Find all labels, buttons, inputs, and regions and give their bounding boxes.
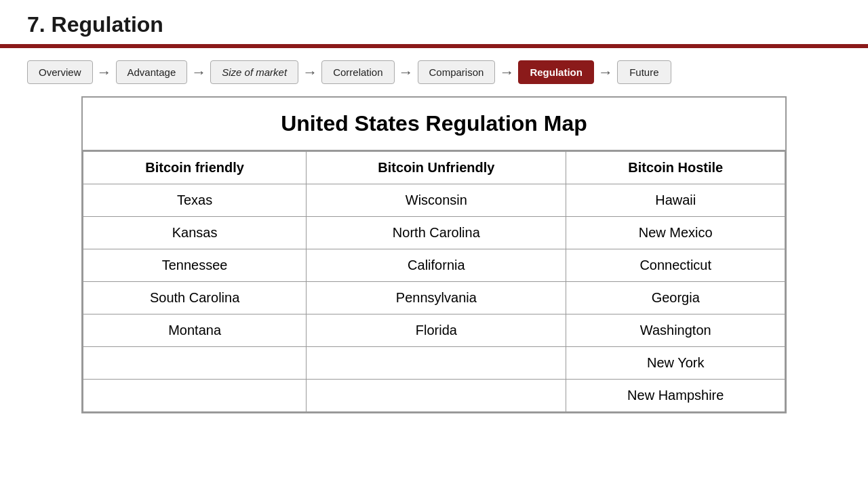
cell-unfriendly-0: Wisconsin bbox=[307, 184, 566, 217]
regulation-table: Bitcoin friendlyBitcoin UnfriendlyBitcoi… bbox=[83, 151, 785, 412]
nav-btn-comparison[interactable]: Comparison bbox=[418, 60, 496, 84]
cell-unfriendly-3: Pennsylvania bbox=[307, 282, 566, 314]
cell-friendly-4: Montana bbox=[83, 314, 307, 347]
cell-hostile-1: New Mexico bbox=[566, 217, 785, 249]
cell-hostile-2: Connecticut bbox=[566, 249, 785, 282]
cell-friendly-0: Texas bbox=[83, 184, 307, 217]
cell-hostile-3: Georgia bbox=[566, 282, 785, 314]
nav-btn-size-of-market[interactable]: Size of market bbox=[210, 60, 298, 84]
cell-friendly-5 bbox=[83, 347, 307, 380]
nav-btn-future[interactable]: Future bbox=[617, 60, 671, 84]
cell-friendly-2: Tennessee bbox=[83, 249, 307, 282]
cell-hostile-0: Hawaii bbox=[566, 184, 785, 217]
nav-btn-regulation[interactable]: Regulation bbox=[518, 60, 594, 84]
main-content: United States Regulation Map Bitcoin fri… bbox=[0, 96, 868, 413]
nav-arrow: → bbox=[191, 64, 206, 81]
cell-unfriendly-4: Florida bbox=[307, 314, 566, 347]
cell-hostile-4: Washington bbox=[566, 314, 785, 347]
nav-arrow: → bbox=[302, 64, 317, 81]
cell-unfriendly-6 bbox=[307, 380, 566, 412]
nav-arrow: → bbox=[499, 64, 514, 81]
page-title: 7. Regulation bbox=[0, 0, 868, 44]
nav-btn-correlation[interactable]: Correlation bbox=[321, 60, 394, 84]
cell-hostile-6: New Hampshire bbox=[566, 380, 785, 412]
table-row: South CarolinaPennsylvaniaGeorgia bbox=[83, 282, 785, 314]
nav-arrow: → bbox=[399, 64, 414, 81]
cell-unfriendly-1: North Carolina bbox=[307, 217, 566, 249]
regulation-table-wrapper: United States Regulation Map Bitcoin fri… bbox=[81, 96, 787, 413]
cell-friendly-3: South Carolina bbox=[83, 282, 307, 314]
cell-hostile-5: New York bbox=[566, 347, 785, 380]
table-row: TennesseeCaliforniaConnecticut bbox=[83, 249, 785, 282]
table-row: MontanaFloridaWashington bbox=[83, 314, 785, 347]
cell-friendly-6 bbox=[83, 380, 307, 412]
table-row: New York bbox=[83, 347, 785, 380]
col-header-friendly: Bitcoin friendly bbox=[83, 152, 307, 184]
cell-unfriendly-5 bbox=[307, 347, 566, 380]
table-title: United States Regulation Map bbox=[83, 98, 785, 151]
nav-btn-overview[interactable]: Overview bbox=[27, 60, 93, 84]
table-row: New Hampshire bbox=[83, 380, 785, 412]
table-row: KansasNorth CarolinaNew Mexico bbox=[83, 217, 785, 249]
nav-row: Overview→Advantage→Size of market→Correl… bbox=[0, 48, 868, 96]
col-header-unfriendly: Bitcoin Unfriendly bbox=[307, 152, 566, 184]
nav-btn-advantage[interactable]: Advantage bbox=[116, 60, 188, 84]
nav-arrow: → bbox=[598, 64, 613, 81]
nav-arrow: → bbox=[97, 64, 112, 81]
col-header-hostile: Bitcoin Hostile bbox=[566, 152, 785, 184]
cell-unfriendly-2: California bbox=[307, 249, 566, 282]
table-row: TexasWisconsinHawaii bbox=[83, 184, 785, 217]
cell-friendly-1: Kansas bbox=[83, 217, 307, 249]
